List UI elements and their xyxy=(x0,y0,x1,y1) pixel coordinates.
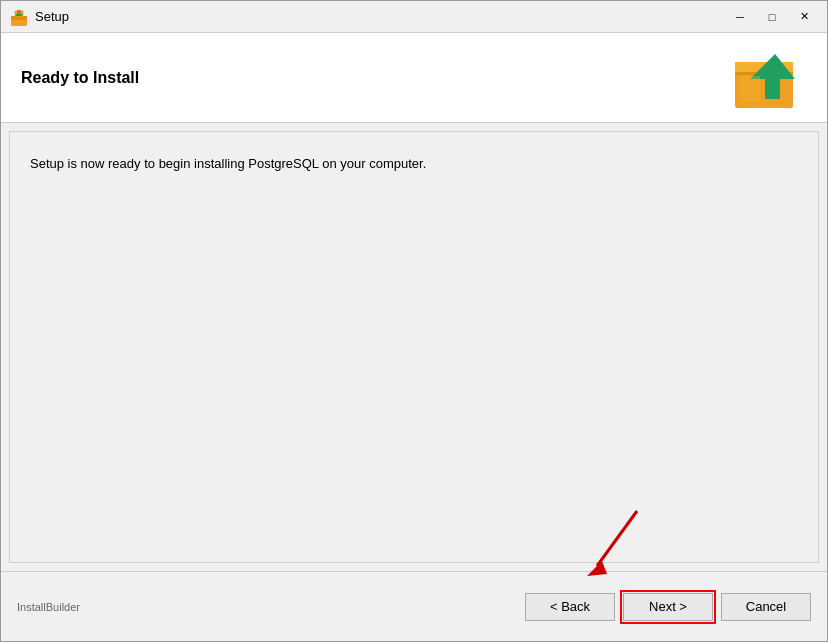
svg-rect-4 xyxy=(17,10,21,13)
footer: InstallBuilder < Back Next > Cancel xyxy=(1,571,827,641)
svg-rect-9 xyxy=(740,76,760,102)
header-section: Ready to Install xyxy=(1,33,827,123)
maximize-button[interactable]: □ xyxy=(757,7,787,27)
title-bar: Setup ─ □ ✕ xyxy=(1,1,827,33)
brand-label: InstallBuilder xyxy=(17,601,80,613)
minimize-button[interactable]: ─ xyxy=(725,7,755,27)
setup-window: Setup ─ □ ✕ Ready to Install xyxy=(0,0,828,642)
window-controls: ─ □ ✕ xyxy=(725,7,819,27)
page-title: Ready to Install xyxy=(21,69,139,87)
back-button[interactable]: < Back xyxy=(525,593,615,621)
close-button[interactable]: ✕ xyxy=(789,7,819,27)
svg-marker-11 xyxy=(587,561,607,576)
content-message: Setup is now ready to begin installing P… xyxy=(30,156,798,171)
content-area: Setup is now ready to begin installing P… xyxy=(9,131,819,563)
cancel-button[interactable]: Cancel xyxy=(721,593,811,621)
app-icon xyxy=(9,7,29,27)
footer-buttons: < Back Next > Cancel xyxy=(525,593,811,621)
header-icon xyxy=(727,43,807,113)
window-title: Setup xyxy=(35,9,725,24)
next-button[interactable]: Next > xyxy=(623,593,713,621)
